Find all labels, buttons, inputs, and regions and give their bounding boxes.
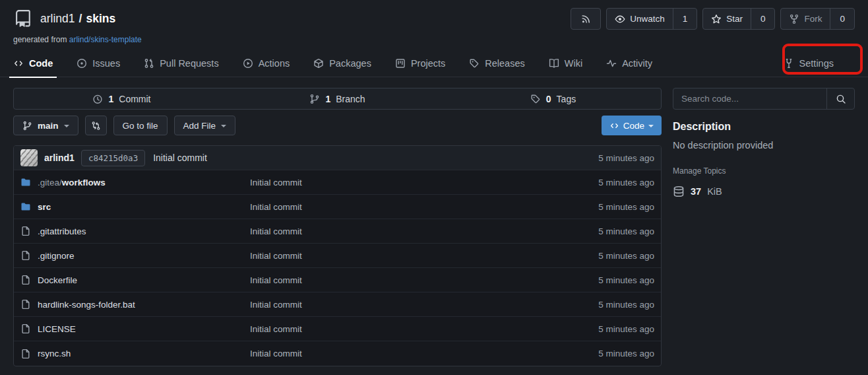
file-name-link[interactable]: hardlink-songs-folder.bat <box>38 300 135 310</box>
repo-owner-link[interactable]: arlind1 <box>40 12 75 26</box>
commit-time: 5 minutes ago <box>598 153 654 163</box>
row-commit-message[interactable]: Initial commit <box>250 275 598 285</box>
row-commit-message[interactable]: Initial commit <box>250 251 598 261</box>
chevron-down-icon <box>648 125 654 127</box>
add-file-button[interactable]: Add File <box>174 116 236 135</box>
path-leaf[interactable]: workflows <box>62 178 106 188</box>
compare-icon <box>91 121 101 131</box>
path-prefix[interactable]: .gitea/ <box>38 178 62 188</box>
table-row: hardlink-songs-folder.bat Initial commit… <box>14 292 661 317</box>
unwatch-button[interactable]: Unwatch <box>607 9 673 29</box>
row-commit-message[interactable]: Initial commit <box>250 178 598 188</box>
tag-icon <box>469 58 480 69</box>
code-icon <box>609 121 619 131</box>
compare-button[interactable] <box>85 116 107 135</box>
file-name-link[interactable]: .gitattributes <box>38 226 86 236</box>
rss-button[interactable] <box>571 8 601 30</box>
tab-projects[interactable]: Projects <box>395 50 445 77</box>
tab-activity[interactable]: Activity <box>606 50 652 77</box>
row-time: 5 minutes ago <box>598 202 654 212</box>
file-name-link[interactable]: src <box>38 202 51 212</box>
commit-author-link[interactable]: arlind1 <box>44 153 75 163</box>
star-label: Star <box>726 14 743 24</box>
file-name-link[interactable]: .gitea/workflows <box>38 178 106 188</box>
watch-button-group: Unwatch 1 <box>606 8 697 30</box>
branch-icon <box>309 94 320 104</box>
description-empty-text: No description provided <box>673 140 855 151</box>
repo-stats-bar: 1 Commit 1 Branch 0 Tags <box>13 88 662 110</box>
template-repo-link[interactable]: arlind/skins-template <box>69 35 142 44</box>
tab-wiki-label: Wiki <box>565 58 582 69</box>
file-name-link[interactable]: .gitignore <box>38 251 75 261</box>
book-icon <box>549 58 559 69</box>
search-button[interactable] <box>826 88 854 109</box>
row-time: 5 minutes ago <box>598 349 654 358</box>
search-input[interactable] <box>673 88 826 109</box>
file-name-link[interactable]: Dockerfile <box>38 275 77 285</box>
code-button-label: Code <box>623 121 644 131</box>
tags-stat[interactable]: 0 Tags <box>445 88 661 109</box>
tab-code-label: Code <box>29 58 53 69</box>
branches-stat[interactable]: 1 Branch <box>230 88 445 109</box>
repo-actions: Unwatch 1 Star 0 Fork 0 <box>571 8 855 30</box>
add-file-label: Add File <box>183 121 216 131</box>
file-icon <box>20 250 31 261</box>
file-name-link[interactable]: rsync.sh <box>38 349 71 358</box>
row-time: 5 minutes ago <box>598 324 654 334</box>
content: 1 Commit 1 Branch 0 Tags <box>13 88 855 366</box>
branch-selector[interactable]: main <box>13 116 78 135</box>
tab-issues-label: Issues <box>92 58 120 69</box>
tab-packages[interactable]: Packages <box>313 50 371 77</box>
sidebar: Description No description provided Mana… <box>673 88 855 366</box>
tab-issues[interactable]: Issues <box>77 50 120 77</box>
repo-name-link[interactable]: skins <box>86 12 115 26</box>
tab-wiki[interactable]: Wiki <box>549 50 582 77</box>
star-button-group: Star 0 <box>702 8 775 30</box>
table-row: .gitattributes Initial commit 5 minutes … <box>14 219 661 244</box>
tab-pull-requests[interactable]: Pull Requests <box>144 50 218 77</box>
commits-stat[interactable]: 1 Commit <box>14 88 230 109</box>
code-download-button[interactable]: Code <box>602 116 662 135</box>
table-row: src Initial commit 5 minutes ago <box>14 195 661 219</box>
stars-count[interactable]: 0 <box>751 9 775 29</box>
branches-label: Branch <box>336 94 365 104</box>
avatar[interactable] <box>20 149 38 166</box>
chevron-down-icon <box>221 125 226 127</box>
commit-hash-link[interactable]: c84215d0a3 <box>81 150 145 166</box>
tab-actions[interactable]: Actions <box>243 50 290 77</box>
go-to-file-button[interactable]: Go to file <box>113 116 168 135</box>
table-row: LICENSE Initial commit 5 minutes ago <box>14 317 661 341</box>
row-commit-message[interactable]: Initial commit <box>250 300 598 310</box>
row-time: 5 minutes ago <box>598 275 654 285</box>
star-button[interactable]: Star <box>703 9 751 29</box>
row-commit-message[interactable]: Initial commit <box>250 349 598 358</box>
repo-toolbar: main Go to file Add File Code <box>13 116 662 135</box>
table-row: Dockerfile Initial commit 5 minutes ago <box>14 268 661 292</box>
branches-count: 1 <box>325 94 330 104</box>
forks-count[interactable]: 0 <box>830 9 854 29</box>
fork-button[interactable]: Fork <box>781 9 830 29</box>
database-icon <box>673 186 685 197</box>
row-commit-message[interactable]: Initial commit <box>250 324 598 334</box>
tab-settings[interactable]: Settings <box>784 50 834 77</box>
issue-icon <box>77 58 87 69</box>
commit-message-link[interactable]: Initial commit <box>153 153 207 163</box>
watchers-count[interactable]: 1 <box>673 9 697 29</box>
fork-label: Fork <box>804 14 822 24</box>
tab-code[interactable]: Code <box>13 50 53 77</box>
file-icon <box>20 349 31 359</box>
tab-releases[interactable]: Releases <box>469 50 524 77</box>
row-commit-message[interactable]: Initial commit <box>250 226 598 236</box>
tab-releases-label: Releases <box>485 58 524 69</box>
row-time: 5 minutes ago <box>598 251 654 261</box>
manage-topics-link[interactable]: Manage Topics <box>673 166 855 176</box>
row-commit-message[interactable]: Initial commit <box>250 202 598 212</box>
commits-count: 1 <box>108 94 113 104</box>
file-name-link[interactable]: LICENSE <box>38 324 76 334</box>
go-to-file-label: Go to file <box>123 121 158 131</box>
wrench-icon <box>784 58 794 69</box>
row-time: 5 minutes ago <box>598 178 654 188</box>
gitea-repo-page: { "repo": { "owner": "arlind1", "separat… <box>0 0 868 375</box>
table-row: .gitea/workflows Initial commit 5 minute… <box>14 170 661 195</box>
repo-title: arlind1 / skins <box>40 12 115 26</box>
